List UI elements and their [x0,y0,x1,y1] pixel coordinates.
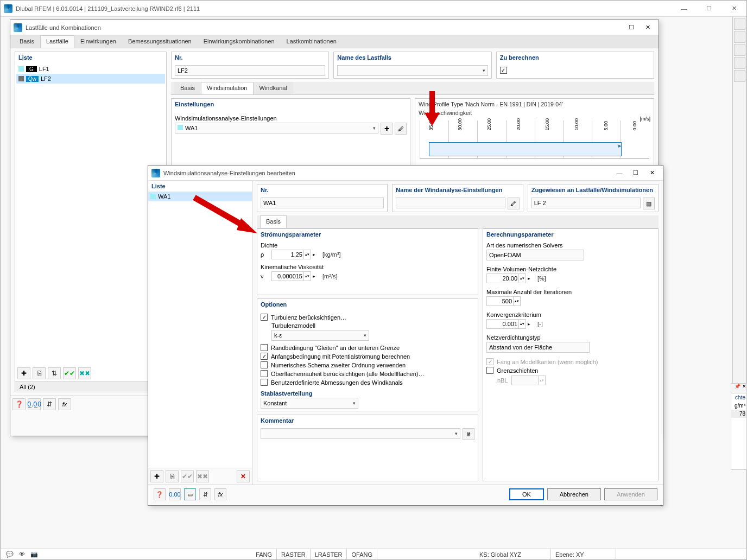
w2-delete-icon[interactable]: ✕ [237,470,250,482]
w2-check-icon[interactable]: ✔✔ [181,470,194,482]
w2-name-field[interactable] [396,198,505,208]
finite-input[interactable]: ▴▾▸ [486,273,532,283]
cb-rauheit[interactable]: Oberflächenrauheit berücksichtigen (alle… [261,370,474,377]
dialog2-title: Windsimulationsanalyse-Einstellungen bea… [163,170,295,176]
zuberechnen-checkbox[interactable]: ✓ [500,67,650,74]
cam-icon[interactable]: 📷 [30,551,38,558]
w2-nr-h: Nr. [257,184,387,195]
zuberechnen-header: Zu berechnen [497,52,654,63]
list-item-lf2[interactable]: Qw LF2 [16,74,165,84]
w2-new-icon[interactable]: ✚ [150,470,163,482]
eye-icon[interactable]: 👁 [19,551,25,558]
subtab-windsim[interactable]: Windsimulation [201,82,254,94]
w2-frame-icon[interactable]: ▭ [184,488,196,500]
max-input[interactable]: ▴▾ [486,296,521,306]
apply-button[interactable]: Anwenden [604,488,657,500]
subtab-windkanal[interactable]: Windkanal [254,82,293,94]
w2-x-icon[interactable]: ✖✖ [196,470,209,482]
subtab-basis[interactable]: Basis [174,82,201,94]
list-item-lf1[interactable]: G LF1 [16,64,165,74]
wind-new-icon[interactable]: ✚ [381,123,393,135]
w2-item-wa1[interactable]: WA1 [148,192,252,201]
w2-decimals-icon[interactable]: 0.00 [169,488,181,500]
toolstrip-btn[interactable] [734,44,745,56]
win2-close-icon[interactable]: ✕ [644,167,660,179]
w2-tool-icon[interactable]: ⇵ [199,488,211,500]
list-tool-icon[interactable]: ⇅ [48,367,61,379]
kin-input[interactable]: ▴▾▸ [271,271,317,281]
cb-windkanal[interactable]: Benutzerdefinierte Abmessungen des Windk… [261,379,474,386]
bottom-decimals-icon[interactable]: 0̲.0̲0 [28,398,41,410]
status-lraster[interactable]: LRASTER [311,549,347,559]
konv-input[interactable]: ▴▾▸ [486,319,532,329]
nr-field[interactable]: LF2 [175,65,325,76]
tab-einwirkungen[interactable]: Einwirkungen [74,35,122,48]
toolstrip-btn[interactable] [734,31,745,43]
turb-l: Turbulenzmodell [271,322,474,329]
w2-zugew-field[interactable]: LF 2 [531,198,641,208]
bottom-help-icon[interactable]: ❓ [12,398,26,410]
list-new-icon[interactable]: ✚ [17,367,30,379]
ok-button[interactable]: OK [509,488,544,500]
netz-dropdown[interactable]: Abstand von der Fläche [486,342,590,353]
nbl-input: ▴▾ [511,376,546,385]
status-fang[interactable]: FANG [251,549,277,559]
win2-max-icon[interactable]: ☐ [628,167,643,179]
stab-dropdown[interactable]: Konstant▾ [261,398,358,409]
komm-h: Kommentar [257,415,478,426]
tab-lastkombi[interactable]: Lastkombinationen [281,35,343,48]
win1-max-icon[interactable]: ☐ [624,22,639,34]
list-check-icon[interactable]: ✔✔ [63,367,76,379]
w2-zugew-h: Zugewiesen an Lastfälle/Windsimulationen [528,184,658,195]
list-x-icon[interactable]: ✖✖ [78,367,91,379]
w2-edit-name-icon[interactable]: 🖉 [508,198,520,209]
cb-potential[interactable]: ✓Anfangsbedingung mit Potentialströmung … [261,353,474,360]
status-ofang[interactable]: OFANG [347,549,377,559]
main-close-icon[interactable]: ✕ [721,1,746,17]
tab-bemessung[interactable]: Bemessungssituationen [122,35,198,48]
wind-select[interactable]: WA1 ▾ [175,123,378,133]
art-dropdown[interactable]: OpenFOAM [486,250,584,260]
cb-gleiten[interactable]: Randbedingung "Gleiten" an der unteren G… [261,344,474,351]
status-raster[interactable]: RASTER [277,549,311,559]
w2-help-icon[interactable]: ❓ [154,488,166,500]
list-copy-icon[interactable]: ⎘ [33,367,46,379]
main-max-icon[interactable]: ☐ [697,1,721,17]
cb-grenz[interactable]: Grenzschichten [486,367,655,374]
tab-basis[interactable]: Basis [14,35,40,48]
bottom-tool3-icon[interactable]: ⇵ [43,398,56,410]
komm-input[interactable]: ▾ [261,428,460,439]
dichte-l: Dichte [261,242,474,249]
profile-sub: Windgeschwindigkeit [415,110,654,118]
win2-min-icon[interactable]: — [612,167,627,179]
w2-zugew-btn-icon[interactable]: ▤ [643,198,655,209]
toolstrip-btn[interactable] [734,18,745,30]
status-ebene[interactable]: Ebene: XY [551,549,616,559]
dichte-input[interactable]: ▴▾▸ [271,250,317,259]
turb-dropdown[interactable]: k-ε▾ [271,330,369,341]
w2-tab-basis[interactable]: Basis [260,215,287,228]
profile-h: Wind Profile Type 'Nach Norm - EN 1991 |… [415,99,654,110]
stroem-h: Strömungsparameter [257,229,478,240]
status-ks[interactable]: KS: Global XYZ [475,549,551,559]
help-icon[interactable]: 💬 [6,551,14,558]
win1-close-icon[interactable]: ✕ [640,22,655,34]
toolstrip-btn[interactable] [734,70,745,82]
cancel-button[interactable]: Abbrechen [547,488,601,500]
opt-h: Optionen [257,299,478,310]
toolstrip-btn[interactable] [734,57,745,69]
cb-numerisch[interactable]: Numerisches Schema zweiter Ordnung verwe… [261,361,474,368]
namelf-dropdown[interactable]: ▾ [337,65,488,76]
komm-btn-icon[interactable]: 🗎 [463,428,474,440]
w2-fx-icon[interactable]: fx [214,488,226,500]
main-min-icon[interactable]: — [672,1,697,17]
cb-turbulenz[interactable]: ✓Turbulenz berücksichtigen… [261,314,474,321]
w2-nr-field[interactable]: WA1 [261,198,384,208]
tab-lastfaelle[interactable]: Lastfälle [40,35,74,48]
statusbar: 💬 👁 📷 FANG RASTER LRASTER OFANG KS: Glob… [1,549,746,559]
w2-copy-icon[interactable]: ⎘ [166,470,179,482]
bottom-fx-icon[interactable]: fx [58,398,71,410]
wind-edit-icon[interactable]: 🖉 [395,123,407,135]
namelf-header: Name des Lastfalls [334,52,491,63]
tab-einwirkungkombi[interactable]: Einwirkungskombinationen [198,35,281,48]
